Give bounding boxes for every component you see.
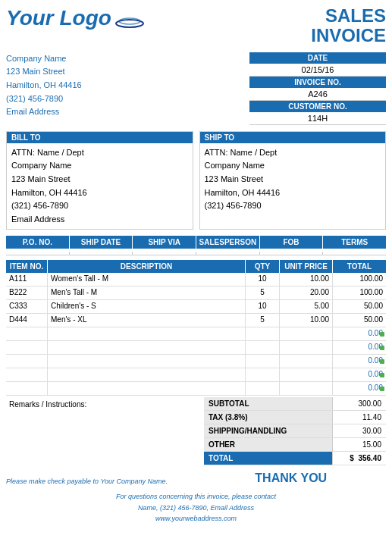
customer-no-label: CUSTOMER NO. [249,101,386,112]
item-desc-cell [48,355,246,368]
info-row: Company Name 123 Main Street Hamilton, O… [6,52,386,125]
green-dot-icon [380,373,384,377]
item-desc-cell: Women's Tall - M [48,273,246,286]
bill-to-city: Hamilton, OH 44416 [11,186,188,200]
bill-to-content: ATTN: Name / Dept Company Name 123 Main … [7,143,193,230]
po-data-row [6,252,386,255]
subtotal-row: SUBTOTAL 300.00 [204,397,386,411]
item-no-cell [6,327,48,340]
item-no-cell [6,341,48,354]
item-desc-cell [48,341,246,354]
total-row: TOTAL $ 356.40 [204,452,386,465]
invoice-no-value: A246 [249,88,386,101]
fob-header: FOB [260,236,324,249]
table-row: 0.00 [6,355,386,368]
date-block: DATE 02/15/16 INVOICE NO. A246 CUSTOMER … [249,52,386,125]
bottom-section: Remarks / Instructions: SUBTOTAL 300.00 … [6,397,386,465]
items-header: ITEM NO. DESCRIPTION QTY UNIT PRICE TOTA… [6,260,386,273]
item-qty-cell [246,341,280,354]
green-dot-icon [380,387,384,391]
item-qty-cell: 10 [246,300,280,313]
contact-line1: For questions concerning this invoice, p… [6,491,386,502]
green-dot-icon [380,359,384,364]
item-price-header: UNIT PRICE [280,260,333,273]
other-row: OTHER 15.00 [204,438,386,452]
sender-company: Company Name [6,52,82,66]
remarks-area: Remarks / Instructions: [6,397,204,465]
subtotal-label: SUBTOTAL [204,397,333,410]
item-price-cell [280,327,333,340]
total-dollar: $ [350,454,354,462]
ship-date-header: SHIP DATE [70,236,133,249]
item-total-cell: 100.00 [333,273,386,286]
bill-to-attn: ATTN: Name / Dept [11,146,188,160]
ship-to-city: Hamilton, OH 44416 [205,186,381,200]
bill-to-company: Company Name [11,159,188,173]
ship-to-box: SHIP TO ATTN: Name / Dept Company Name 1… [199,131,387,230]
item-qty-cell [246,382,280,395]
green-dot-icon [380,332,384,337]
po-header-row: P.O. NO. SHIP DATE SHIP VIA SALESPERSON … [6,236,386,249]
subtotal-value: 300.00 [333,397,386,410]
item-qty-cell [246,355,280,368]
thank-you: THANK YOU [196,471,387,485]
item-price-cell: 20.00 [280,287,333,299]
total-label: TOTAL [204,452,333,465]
footer-notes: Please make check payable to Your Compan… [6,471,386,485]
ship-to-street: 123 Main Street [205,173,381,186]
item-desc-cell: Men's Tall - M [48,287,246,299]
item-qty-header: QTY [246,260,280,273]
customer-no-value: 114H [249,112,386,125]
bill-to-phone: (321) 456-7890 [11,199,188,213]
remarks-label: Remarks / Instructions: [9,400,201,409]
other-value: 15.00 [333,438,386,451]
sender-street: 123 Main Street [6,65,82,79]
item-desc-cell [48,327,246,340]
shipping-label: SHIPPING/HANDLING [204,424,333,437]
table-row: 0.00 [6,382,386,396]
item-price-cell [280,341,333,354]
tax-value: 11.40 [333,411,386,424]
item-qty-cell: 5 [246,314,280,327]
ship-to-content: ATTN: Name / Dept Company Name 123 Main … [200,143,386,216]
total-value: $ 356.40 [333,452,386,465]
invoice-no-label: INVOICE NO. [249,77,386,88]
item-desc-cell: Children's - S [48,300,246,313]
items-table: A111 Women's Tall - M 10 10.00 100.00 B2… [6,273,386,396]
item-price-cell: 5.00 [280,300,333,313]
item-total-header: TOTAL [333,260,386,273]
date-value: 02/15/16 [249,64,386,77]
tax-row: TAX (3.8%) 11.40 [204,411,386,424]
item-no-cell: A111 [6,273,48,286]
item-price-cell [280,368,333,381]
item-no-header: ITEM NO. [6,260,48,273]
terms-header: TERMS [323,236,386,249]
item-desc-cell: Men's - XL [48,314,246,327]
table-row: C333 Children's - S 10 5.00 50.00 [6,300,386,314]
item-total-cell: 100.00 [333,287,386,299]
item-qty-cell [246,327,280,340]
item-desc-cell [48,368,246,381]
item-total-cell: 0.00 [333,327,386,340]
green-dot-icon [380,346,384,350]
sender-city: Hamilton, OH 44416 [6,79,82,92]
contact-line2: Name, (321) 456-7890, Email Address [6,503,386,513]
website: www.yourwebaddress.com [6,513,386,524]
item-qty-cell [246,368,280,381]
table-row: 0.00 [6,327,386,341]
total-amount: 356.40 [358,454,381,462]
bill-to-email: Email Address [11,213,188,227]
bill-to-box: BILL TO ATTN: Name / Dept Company Name 1… [6,131,193,230]
bill-to-header: BILL TO [7,132,193,143]
salesperson-header: SALESPERSON [196,236,260,249]
table-row: A111 Women's Tall - M 10 10.00 100.00 [6,273,386,287]
item-no-cell [6,382,48,395]
ship-to-phone: (321) 456-7890 [205,199,381,213]
table-row: 0.00 [6,341,386,355]
logo-text: Your Logo [6,6,111,30]
po-no-header: P.O. NO. [6,236,70,249]
item-desc-cell [48,382,246,395]
item-no-cell: D444 [6,314,48,327]
item-total-cell: 0.00 [333,341,386,354]
item-qty-cell: 5 [246,287,280,299]
